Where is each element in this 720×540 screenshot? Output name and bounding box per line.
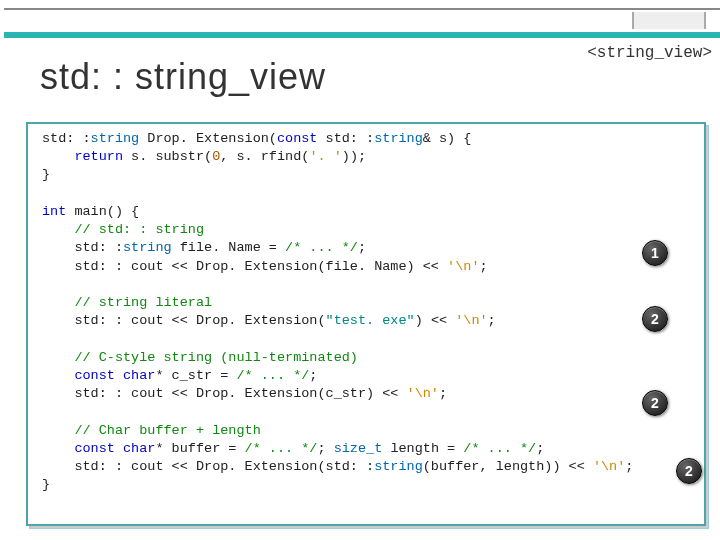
top-bar [4, 8, 720, 38]
code-panel: std: :string Drop. Extension(const std: … [26, 122, 706, 526]
code-panel-inner: std: :string Drop. Extension(const std: … [26, 122, 706, 526]
code-block: std: :string Drop. Extension(const std: … [42, 130, 690, 494]
annotation-badge-4: 2 [676, 458, 702, 484]
annotation-badge-1: 1 [642, 240, 668, 266]
annotation-badge-3: 2 [642, 390, 668, 416]
annotation-badge-2: 2 [642, 306, 668, 332]
header-include-label: <string_view> [587, 44, 712, 62]
slide-title: std: : string_view [40, 56, 326, 98]
